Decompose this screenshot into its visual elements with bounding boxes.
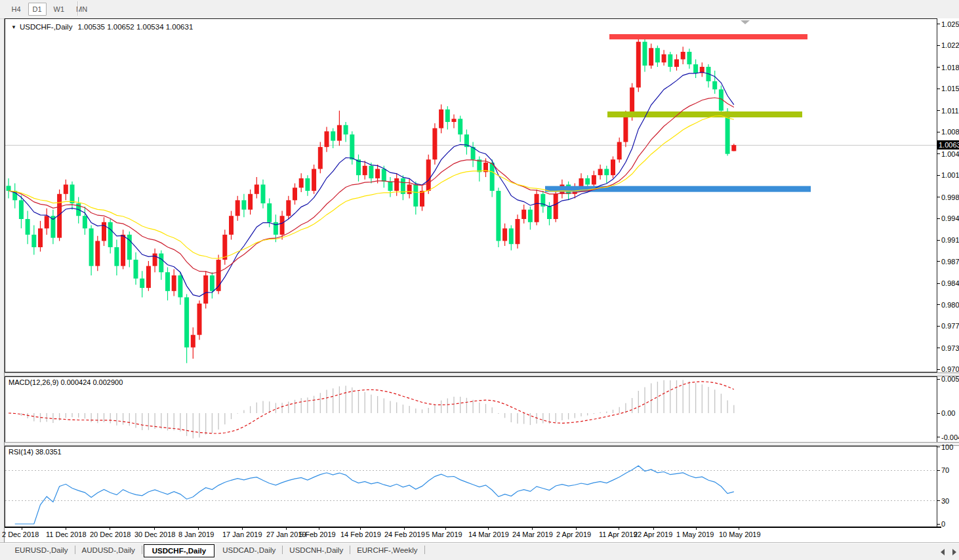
- chart-tab-audusd-daily[interactable]: AUDUSD-,Daily: [75, 543, 142, 554]
- chart-tab-usdcad-daily[interactable]: USDCAD-,Daily: [216, 543, 282, 554]
- panel-splitter-1[interactable]: [5, 372, 959, 376]
- date-axis-label: 2 Apr 2019: [556, 530, 591, 539]
- price-axis-label: 1.00150: [941, 171, 959, 180]
- chart-tab-eurchf-weekly[interactable]: EURCHF-,Weekly: [350, 543, 424, 554]
- price-axis-label: 1.00840: [941, 128, 959, 136]
- date-axis-label: 10 May 2019: [719, 530, 761, 539]
- price-axis-label: 1.01530: [941, 85, 959, 93]
- timeframe-button-mn[interactable]: MN: [71, 3, 92, 16]
- date-axis-label: 11 Dec 2018: [46, 530, 87, 539]
- date-axis-label: 14 Mar 2019: [468, 530, 509, 539]
- price-axis-label: 0.99460: [941, 214, 959, 223]
- chart-symbol-label: USDCHF-,Daily: [20, 23, 73, 31]
- rsi-axis-label: 70: [941, 466, 949, 475]
- date-axis-label: 11 Apr 2019: [599, 530, 638, 539]
- date-axis-label: 17 Jan 2019: [222, 530, 262, 539]
- date-axis-label: 30 Dec 2018: [134, 530, 175, 539]
- price-axis-label: 0.98420: [941, 279, 959, 288]
- current-price-tag: 1.00631: [937, 140, 959, 150]
- tab-scroll-right-icon[interactable]: [952, 549, 956, 555]
- date-axis-label: 5 Feb 2019: [299, 530, 336, 539]
- chart-tab-bar: EURUSD-,DailyAUDUSD-,DailyUSDCHF-,DailyU…: [0, 542, 959, 560]
- chart-ohlc-values: 1.00535 1.00652 1.00534 1.00631: [77, 23, 193, 31]
- date-axis-label: 20 Dec 2018: [90, 530, 131, 539]
- chart-window: ▼USDCHF-,Daily1.00535 1.00652 1.00534 1.…: [4, 18, 959, 542]
- date-axis-label: 14 Feb 2019: [340, 530, 381, 539]
- price-axis-label: 1.00490: [941, 150, 959, 159]
- date-axis-label: 5 Mar 2019: [426, 530, 462, 539]
- resistance-band[interactable]: [609, 34, 807, 39]
- toolbar-separator: [77, 1, 79, 16]
- tab-scroll-left-icon[interactable]: [941, 549, 945, 555]
- price-axis-label: 0.99800: [941, 193, 959, 202]
- date-axis-label: 2 Dec 2018: [2, 530, 39, 539]
- chart-canvas[interactable]: [5, 18, 959, 542]
- mt4-window: H4D1W1MN ▼USDCHF-,Daily1.00535 1.00652 1…: [0, 0, 959, 560]
- rsi-axis-label: 30: [941, 497, 949, 506]
- macd-axis-label: -0.00424: [941, 433, 959, 442]
- price-axis-label: 0.97050: [941, 365, 959, 374]
- date-axis-label: 8 Jan 2019: [178, 530, 214, 539]
- price-axis-label: 0.97390: [941, 344, 959, 353]
- broken-support-band[interactable]: [607, 111, 802, 117]
- macd-indicator-label: MACD(12,26,9) 0.000424 0.002900: [9, 378, 123, 387]
- panel-splitter-2[interactable]: [5, 442, 959, 446]
- price-axis-label: 0.99110: [941, 236, 959, 245]
- date-axis-label: 22 Apr 2019: [634, 530, 672, 539]
- chart-dropdown-icon[interactable]: ▼: [11, 24, 16, 30]
- price-axis-label: 0.97740: [941, 322, 959, 330]
- date-axis-label: 1 May 2019: [676, 530, 714, 539]
- price-axis-label: 0.98770: [941, 258, 959, 266]
- timeframe-button-d1[interactable]: D1: [28, 3, 47, 16]
- tab-separator: [424, 546, 425, 554]
- rsi-axis-label: 0: [941, 520, 945, 529]
- rsi-indicator-label: RSI(14) 38.0351: [9, 448, 62, 456]
- date-axis-label: 24 Mar 2019: [512, 530, 553, 539]
- tab-separator: [142, 546, 142, 554]
- chart-title: ▼USDCHF-,Daily1.00535 1.00652 1.00534 1.…: [11, 23, 193, 31]
- chart-tab-usdcnh-daily[interactable]: USDCNH-,Daily: [283, 543, 350, 554]
- chart-tab-usdchf-daily[interactable]: USDCHF-,Daily: [144, 544, 214, 557]
- date-axis-label: 24 Feb 2019: [384, 530, 425, 539]
- price-axis-label: 1.02220: [941, 41, 959, 50]
- macd-axis-label: 0.00: [941, 409, 955, 418]
- timeframe-button-w1[interactable]: W1: [49, 3, 70, 16]
- rsi-axis-label: 100: [941, 443, 953, 452]
- chart-tab-eurusd-daily[interactable]: EURUSD-,Daily: [8, 543, 74, 554]
- macd-axis-label: 0.00597: [941, 375, 959, 384]
- timeframe-button-h4[interactable]: H4: [7, 3, 25, 16]
- timeframe-toolbar: H4D1W1MN: [0, 0, 959, 19]
- price-axis-label: 1.01180: [941, 107, 959, 115]
- price-axis-label: 0.98080: [941, 301, 959, 310]
- price-axis-label: 1.01870: [941, 64, 959, 72]
- price-axis-label: 1.02560: [941, 20, 959, 29]
